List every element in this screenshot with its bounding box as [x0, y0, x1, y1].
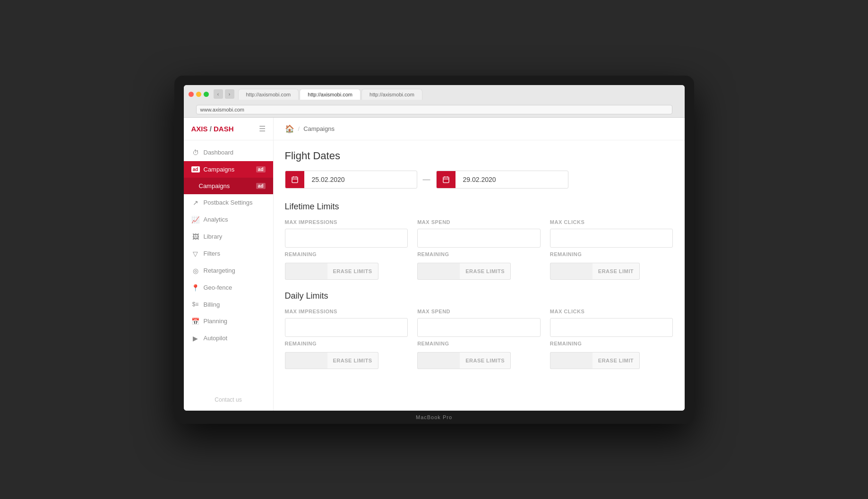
page-title: Flight Dates — [285, 150, 673, 162]
traffic-lights — [189, 92, 209, 97]
sidebar-item-geofence[interactable]: 📍 Geo-fence — [184, 279, 273, 296]
laptop-chin: MacBook Pro — [184, 411, 685, 424]
content-area: Flight Dates 25.02.2020 — — [274, 140, 685, 390]
sidebar-item-library-label: Library — [204, 233, 223, 240]
lifetime-clicks-label: MAX CLICKS — [550, 219, 673, 225]
end-date-input[interactable]: 29.02.2020 — [436, 171, 568, 189]
daily-clicks-erase-button[interactable]: ERASE LIMIT — [593, 352, 640, 369]
contact-us[interactable]: Contact us — [184, 389, 273, 411]
start-date-calendar-icon — [285, 171, 304, 188]
lifetime-clicks-col: MAX CLICKS REMAINING ERASE LIMIT — [550, 219, 673, 280]
daily-spend-input[interactable] — [417, 318, 541, 337]
browser-tab-3[interactable]: http://axismobi.com — [361, 89, 422, 100]
laptop-frame: ‹ › http://axismobi.com http://axismobi.… — [174, 76, 694, 424]
date-range-row: 25.02.2020 — 29.02.2020 — [285, 171, 673, 189]
lifetime-impressions-remaining-row: ERASE LIMITS — [285, 263, 408, 280]
breadcrumb-current: Campaigns — [303, 125, 335, 132]
app-container: AXIS / DASH ☰ ⏱ Dashboard — [184, 118, 685, 411]
lifetime-spend-erase-button[interactable]: ERASE LIMITS — [460, 263, 511, 280]
lifetime-impressions-input[interactable] — [285, 229, 408, 248]
lifetime-spend-remaining-row: ERASE LIMITS — [417, 263, 541, 280]
sidebar-item-campaigns[interactable]: ad Campaigns ad — [184, 161, 273, 178]
lifetime-limits-title: Lifetime Limits — [285, 202, 673, 212]
daily-clicks-label: MAX CLICKS — [550, 309, 673, 314]
analytics-icon: 📈 — [191, 216, 200, 224]
lifetime-spend-remaining-value — [417, 263, 460, 280]
start-date-input[interactable]: 25.02.2020 — [285, 171, 417, 189]
sidebar-item-postback[interactable]: ↗ Postback Settings — [184, 194, 273, 211]
maximize-button[interactable] — [204, 92, 209, 97]
geofence-icon: 📍 — [191, 284, 200, 292]
daily-spend-label: MAX SPEND — [417, 309, 541, 314]
daily-clicks-input[interactable] — [550, 318, 673, 337]
dashboard-icon: ⏱ — [191, 149, 200, 156]
minimize-button[interactable] — [196, 92, 201, 97]
lifetime-clicks-remaining-label: REMAINING — [550, 251, 673, 257]
lifetime-impressions-label: MAX IMPRESSIONS — [285, 219, 408, 225]
library-icon: 🖼 — [191, 233, 200, 241]
lifetime-impressions-erase-button[interactable]: ERASE LIMITS — [327, 263, 378, 280]
sidebar-item-analytics-label: Analytics — [204, 216, 228, 223]
daily-impressions-remaining-row: ERASE LIMITS — [285, 352, 408, 369]
lifetime-limits-grid: MAX IMPRESSIONS REMAINING ERASE LIMITS M… — [285, 219, 673, 280]
logo-dash: DASH — [214, 125, 234, 133]
sidebar-item-autopilot[interactable]: ▶ Autopilot — [184, 330, 273, 347]
daily-impressions-erase-button[interactable]: ERASE LIMITS — [327, 352, 378, 369]
address-bar[interactable]: www.axismobi.com — [196, 105, 672, 114]
menu-icon[interactable]: ☰ — [259, 124, 266, 133]
sidebar-item-dashboard[interactable]: ⏱ Dashboard — [184, 144, 273, 161]
svg-rect-0 — [292, 177, 298, 182]
lifetime-impressions-col: MAX IMPRESSIONS REMAINING ERASE LIMITS — [285, 219, 408, 280]
daily-spend-remaining-label: REMAINING — [417, 341, 541, 346]
campaigns-badge: ad — [256, 166, 266, 172]
back-button[interactable]: ‹ — [214, 89, 223, 99]
browser-tab-2[interactable]: http://axismobi.com — [300, 89, 361, 100]
lifetime-spend-input[interactable] — [417, 229, 541, 248]
sidebar-item-retargeting-label: Retargeting — [204, 267, 235, 274]
sidebar-subitem-campaigns[interactable]: Campaigns ad — [184, 178, 273, 194]
billing-icon: $≡ — [191, 301, 200, 308]
lifetime-clicks-remaining-row: ERASE LIMIT — [550, 263, 673, 280]
daily-impressions-remaining-label: REMAINING — [285, 341, 408, 346]
start-date-value: 25.02.2020 — [304, 171, 417, 188]
svg-rect-4 — [443, 177, 449, 182]
sidebar-item-autopilot-label: Autopilot — [204, 335, 228, 342]
daily-impressions-label: MAX IMPRESSIONS — [285, 309, 408, 314]
browser-tab-1[interactable]: http://axismobi.com — [238, 89, 299, 100]
sidebar-item-planning-label: Planning — [204, 318, 228, 325]
forward-button[interactable]: › — [225, 89, 234, 99]
logo-axis: AXIS — [191, 125, 208, 133]
address-text: www.axismobi.com — [200, 107, 245, 112]
browser-chrome: ‹ › http://axismobi.com http://axismobi.… — [184, 85, 685, 118]
sidebar-item-planning[interactable]: 📅 Planning — [184, 313, 273, 330]
sidebar-item-filters-label: Filters — [204, 250, 220, 257]
daily-clicks-remaining-label: REMAINING — [550, 341, 673, 346]
lifetime-impressions-remaining-label: REMAINING — [285, 251, 408, 257]
home-icon[interactable]: 🏠 — [285, 124, 294, 133]
sidebar-item-analytics[interactable]: 📈 Analytics — [184, 211, 273, 228]
filters-icon: ▽ — [191, 250, 200, 258]
sidebar-item-retargeting[interactable]: ◎ Retargeting — [184, 262, 273, 279]
daily-spend-erase-button[interactable]: ERASE LIMITS — [460, 352, 511, 369]
app-logo: AXIS / DASH — [191, 125, 234, 133]
sidebar-item-billing[interactable]: $≡ Billing — [184, 296, 273, 313]
breadcrumb-separator: / — [298, 125, 300, 132]
retargeting-icon: ◎ — [191, 267, 200, 275]
sidebar-item-campaigns-label: Campaigns — [204, 166, 235, 173]
subitem-campaigns-label: Campaigns — [199, 182, 230, 189]
date-range-separator: — — [423, 175, 430, 184]
lifetime-spend-col: MAX SPEND REMAINING ERASE LIMITS — [417, 219, 541, 280]
daily-impressions-input[interactable] — [285, 318, 408, 337]
sidebar-item-library[interactable]: 🖼 Library — [184, 228, 273, 245]
browser-tabs: http://axismobi.com http://axismobi.com … — [238, 89, 422, 100]
lifetime-spend-label: MAX SPEND — [417, 219, 541, 225]
sidebar-nav: ⏱ Dashboard ad Campaigns ad — [184, 140, 273, 389]
close-button[interactable] — [189, 92, 194, 97]
lifetime-spend-remaining-label: REMAINING — [417, 251, 541, 257]
daily-impressions-remaining-value — [285, 352, 327, 369]
lifetime-clicks-input[interactable] — [550, 229, 673, 248]
lifetime-clicks-erase-button[interactable]: ERASE LIMIT — [593, 263, 640, 280]
end-date-calendar-icon — [437, 171, 455, 188]
browser-url-row: www.axismobi.com — [189, 103, 680, 117]
sidebar-item-filters[interactable]: ▽ Filters — [184, 245, 273, 262]
